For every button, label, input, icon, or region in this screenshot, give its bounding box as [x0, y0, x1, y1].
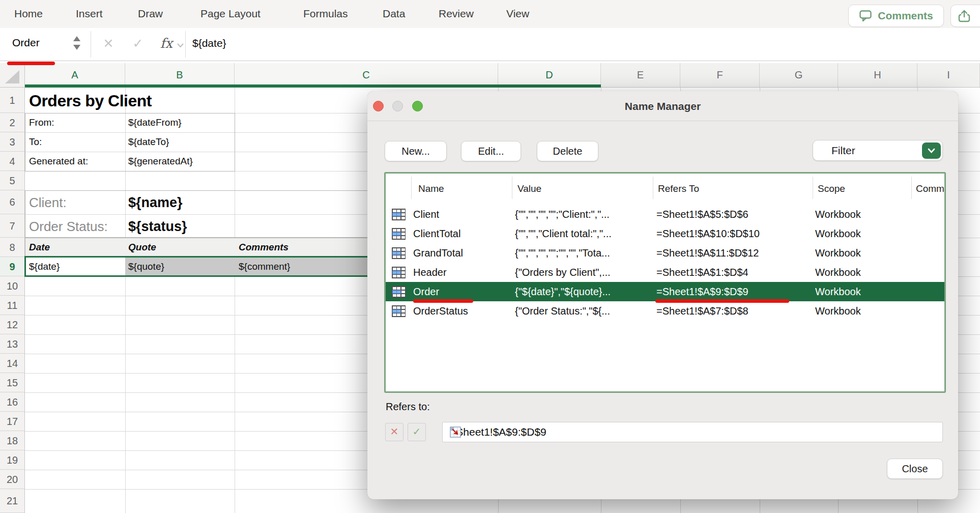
formula-bar: Order ✕ ✓ fx ${date}: [0, 28, 980, 61]
cell-b2[interactable]: ${dateFrom}: [128, 113, 182, 132]
tab-view[interactable]: View: [506, 0, 529, 27]
row-header-9[interactable]: 9: [0, 257, 24, 276]
row-header-11[interactable]: 11: [0, 296, 24, 315]
list-header-scope[interactable]: Scope: [818, 180, 845, 198]
row-header-13[interactable]: 13: [0, 334, 24, 354]
row-header-16[interactable]: 16: [0, 392, 24, 412]
select-all-corner[interactable]: [0, 63, 25, 88]
insert-function-icon[interactable]: fx: [157, 28, 176, 59]
name-row-clienttotal[interactable]: ClientTotal {"","","Client total:","... …: [386, 224, 944, 243]
names-list: Name Value Refers To Scope Comment Clien…: [384, 172, 946, 393]
row-header-6[interactable]: 6: [0, 190, 24, 214]
list-header-name[interactable]: Name: [418, 180, 444, 198]
row-header-2[interactable]: 2: [0, 113, 24, 132]
column-header-d[interactable]: D: [498, 63, 601, 87]
cell-b8[interactable]: Quote: [128, 238, 156, 257]
filter-dropdown[interactable]: Filter: [813, 140, 943, 161]
tab-insert[interactable]: Insert: [76, 0, 103, 27]
formula-input[interactable]: ${date}: [192, 28, 226, 59]
row-header-15[interactable]: 15: [0, 373, 24, 392]
chevron-down-icon[interactable]: [176, 28, 184, 59]
tab-review[interactable]: Review: [439, 0, 474, 27]
row-header-7[interactable]: 7: [0, 214, 24, 238]
row-header-19[interactable]: 19: [0, 450, 24, 470]
column-separator: [512, 177, 512, 199]
tab-data[interactable]: Data: [383, 0, 405, 27]
column-header-b[interactable]: B: [125, 63, 235, 87]
range-selector-icon[interactable]: [450, 426, 938, 446]
row-header-10[interactable]: 10: [0, 276, 24, 296]
name-row-header[interactable]: Header {"Orders by Client",... =Sheet1!$…: [386, 263, 944, 282]
column-header-g[interactable]: G: [760, 63, 838, 87]
row-header-20[interactable]: 20: [0, 470, 24, 489]
value-cell: {"Order Status:","${...: [515, 301, 653, 321]
row-header-12[interactable]: 12: [0, 315, 24, 334]
delete-button[interactable]: Delete: [537, 141, 598, 161]
confirm-entry-icon[interactable]: ✓: [129, 28, 147, 59]
row-header-1[interactable]: 1: [0, 88, 24, 113]
refers-cell: =Sheet1!$A$10:$D$10: [656, 224, 809, 243]
comment-bubble-icon: [859, 9, 873, 22]
cell-a4[interactable]: Generated at:: [29, 152, 88, 171]
cell-b4[interactable]: ${generatedAt}: [128, 152, 193, 171]
name-cell: Header: [413, 263, 512, 282]
column-separator: [653, 177, 653, 199]
tab-draw[interactable]: Draw: [138, 0, 163, 27]
column-header-i[interactable]: I: [917, 63, 980, 87]
dialog-title-bar[interactable]: Name Manager: [367, 91, 958, 121]
row-header-18[interactable]: 18: [0, 431, 24, 450]
tab-formulas[interactable]: Formulas: [303, 0, 348, 27]
cell-a8[interactable]: Date: [29, 238, 50, 257]
column-header-h[interactable]: H: [838, 63, 917, 87]
cell-b6[interactable]: ${name}: [128, 190, 183, 214]
row-header-21[interactable]: 21: [0, 489, 24, 513]
comments-button[interactable]: Comments: [848, 5, 944, 27]
name-row-orderstatus[interactable]: OrderStatus {"Order Status:","${... =She…: [386, 301, 944, 321]
named-range-icon: [392, 267, 406, 278]
column-header-f[interactable]: F: [680, 63, 760, 87]
filter-chevron-button[interactable]: [922, 142, 941, 159]
list-header-refers-to[interactable]: Refers To: [658, 180, 699, 198]
share-button[interactable]: [950, 5, 980, 27]
row-header-14[interactable]: 14: [0, 354, 24, 373]
cell-b3[interactable]: ${dateTo}: [128, 132, 169, 152]
tab-page-layout[interactable]: Page Layout: [200, 0, 261, 27]
stepper-down-icon[interactable]: [73, 45, 80, 50]
tab-home[interactable]: Home: [14, 0, 43, 27]
share-icon: [958, 9, 973, 23]
cell-a6[interactable]: Client:: [29, 190, 67, 214]
row-header-5[interactable]: 5: [0, 171, 24, 190]
row-header-17[interactable]: 17: [0, 412, 24, 431]
new-button[interactable]: New...: [385, 141, 447, 161]
name-row-client[interactable]: Client {"","","","";"Client:","... =Shee…: [386, 205, 944, 224]
edit-button[interactable]: Edit...: [461, 141, 521, 161]
stepper-up-icon[interactable]: [73, 36, 80, 41]
list-header-value[interactable]: Value: [517, 180, 541, 198]
column-separator: [813, 177, 813, 199]
divider: [185, 31, 186, 58]
close-button[interactable]: Close: [887, 459, 943, 479]
row-header-8[interactable]: 8: [0, 238, 24, 257]
cell-a2[interactable]: From:: [29, 113, 54, 132]
column-header-c[interactable]: C: [235, 63, 498, 87]
row-header-3[interactable]: 3: [0, 132, 24, 152]
cancel-entry-icon[interactable]: ✕: [100, 28, 117, 59]
scope-cell: Workbook: [815, 224, 909, 243]
column-header-a[interactable]: A: [25, 63, 125, 87]
name-box[interactable]: Order: [12, 28, 40, 58]
confirm-refers-button[interactable]: ✓: [408, 423, 426, 441]
list-header-comment[interactable]: Comment: [916, 180, 944, 198]
cancel-refers-button[interactable]: ✕: [385, 423, 403, 441]
select-all-triangle-icon: [5, 70, 19, 83]
cell-b7[interactable]: ${status}: [128, 214, 187, 238]
cell-a7[interactable]: Order Status:: [29, 214, 108, 238]
refers-cell: =Sheet1!$A$7:$D$8: [656, 301, 809, 321]
row-header-4[interactable]: 4: [0, 152, 24, 171]
cell-a1[interactable]: Orders by Client: [29, 88, 152, 113]
name-row-order-selected[interactable]: Order {"${date}","${quote}... =Sheet1!$A…: [386, 282, 944, 301]
refers-to-input[interactable]: =Sheet1!$A$9:$D$9: [442, 422, 943, 442]
name-row-grandtotal[interactable]: GrandTotal {"","","","";"","","Tota... =…: [386, 243, 944, 263]
cell-c8[interactable]: Comments: [239, 238, 289, 257]
cell-a3[interactable]: To:: [29, 132, 42, 152]
column-header-e[interactable]: E: [601, 63, 680, 87]
